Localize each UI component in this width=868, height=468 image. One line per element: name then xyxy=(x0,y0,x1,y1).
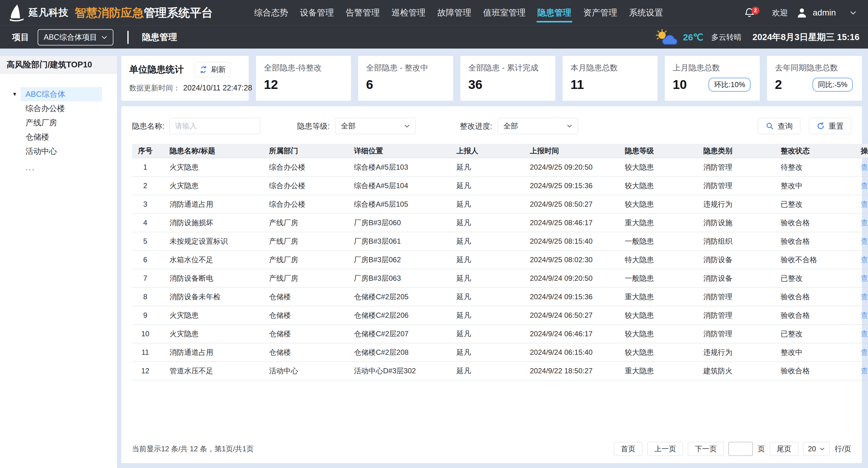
tree-caret-icon[interactable]: ▼ xyxy=(12,91,19,97)
cell-location: 厂房B#3层062 xyxy=(343,251,445,269)
cell-seq: 10 xyxy=(132,325,159,343)
cell-status: 验收合格 xyxy=(770,232,850,251)
view-detail-link[interactable]: 查看详情 xyxy=(861,330,868,338)
cell-reporter: 延凡 xyxy=(445,177,519,195)
nav-item-fault[interactable]: 故障管理 xyxy=(436,0,473,26)
cell-reporter: 延凡 xyxy=(445,269,519,288)
column-header-seq: 序号 xyxy=(132,144,159,158)
nav-item-inspection[interactable]: 巡检管理 xyxy=(390,0,427,26)
cell-reporter: 延凡 xyxy=(445,343,519,362)
project-select[interactable]: ABC综合体项目 xyxy=(38,29,114,46)
view-detail-link[interactable]: 查看详情 xyxy=(861,311,868,319)
last-page-button[interactable]: 尾页 xyxy=(770,442,798,456)
view-detail-link[interactable]: 查看详情 xyxy=(861,200,868,208)
tree-item-0[interactable]: 综合办公楼 xyxy=(0,101,117,116)
view-detail-link[interactable]: 查看详情 xyxy=(861,237,868,245)
nav-item-asset[interactable]: 资产管理 xyxy=(581,0,619,26)
progress-value: 全部 xyxy=(503,121,518,131)
prev-page-button[interactable]: 上一页 xyxy=(647,442,683,456)
tree-item-2[interactable]: 仓储楼 xyxy=(0,130,117,144)
hazard-level-select[interactable]: 全部 xyxy=(335,118,415,134)
reset-label: 重置 xyxy=(829,121,844,131)
tree-more-item[interactable]: ... xyxy=(0,160,117,175)
stat-card-value: 10 xyxy=(673,78,687,92)
cell-location: 综合楼A#5层105 xyxy=(343,195,445,214)
cell-location: 厂房B#3层061 xyxy=(343,232,445,251)
hazard-panel: 隐患名称: 隐患等级: 全部 整改进度: 全部 查询 xyxy=(121,106,862,463)
nav-item-system[interactable]: 系统设置 xyxy=(627,0,665,26)
sidebar: 高风险部门/建筑TOP10 ▼ ABC综合体 综合办公楼产线厂房仓储楼活动中心 … xyxy=(0,56,117,468)
nav-item-label: 故障管理 xyxy=(437,7,471,19)
hazard-name-input[interactable] xyxy=(169,118,260,134)
view-detail-link[interactable]: 查看详情 xyxy=(861,293,868,301)
cell-reporter: 延凡 xyxy=(445,362,519,380)
view-detail-link[interactable]: 查看详情 xyxy=(861,256,868,264)
view-detail-link[interactable]: 查看详情 xyxy=(861,181,868,190)
tree-item-root[interactable]: ▼ ABC综合体 xyxy=(0,87,117,101)
cell-status: 已整改 xyxy=(770,325,850,343)
hazard-name-label: 隐患名称: xyxy=(132,121,164,131)
table-row: 8消防设备未年检仓储楼仓储楼C#2层205延凡2024/9/24 09:15:3… xyxy=(132,288,868,306)
page-size-value: 20 xyxy=(808,445,816,453)
building-tree: ▼ ABC综合体 综合办公楼产线厂房仓储楼活动中心 ... xyxy=(0,87,117,175)
cell-level: 特大隐患 xyxy=(614,251,692,269)
cell-name: 火灾隐患 xyxy=(159,306,258,325)
cell-category: 消防管理 xyxy=(692,306,770,325)
view-detail-link[interactable]: 查看详情 xyxy=(861,218,868,227)
tree-item-3[interactable]: 活动中心 xyxy=(0,144,117,158)
cell-name: 火灾隐患 xyxy=(159,158,258,177)
summary-card-title: 单位隐患统计 xyxy=(129,63,184,76)
cell-status: 整改中 xyxy=(770,343,850,362)
cell-time: 2024/9/24 06:15:40 xyxy=(519,343,614,362)
cell-reporter: 延凡 xyxy=(445,214,519,232)
cell-level: 较大隐患 xyxy=(614,158,692,177)
cell-seq: 6 xyxy=(132,251,159,269)
view-detail-link[interactable]: 查看详情 xyxy=(861,274,868,282)
stat-card-value: 2 xyxy=(775,78,782,92)
search-button[interactable]: 查询 xyxy=(758,118,800,134)
stat-card: 上月隐患总数 10 环比:10% xyxy=(665,56,760,101)
page-number-input[interactable] xyxy=(728,442,753,456)
cell-action: 查看详情 xyxy=(850,269,868,288)
cell-location: 厂房B#3层060 xyxy=(343,214,445,232)
table-row: 4消防设施损坏产线厂房厂房B#3层060延凡2024/9/25 08:46:17… xyxy=(132,214,868,232)
cell-reporter: 延凡 xyxy=(445,232,519,251)
view-detail-link[interactable]: 查看详情 xyxy=(861,348,868,356)
cell-time: 2024/9/24 09:15:36 xyxy=(519,288,614,306)
view-detail-link[interactable]: 查看详情 xyxy=(861,367,868,375)
cell-category: 消防管理 xyxy=(692,325,770,343)
progress-select[interactable]: 全部 xyxy=(498,118,578,134)
nav-item-label: 设备管理 xyxy=(300,7,334,19)
cell-seq: 2 xyxy=(132,177,159,195)
cell-level: 重大隐患 xyxy=(614,288,692,306)
nav-item-device[interactable]: 设备管理 xyxy=(298,0,336,26)
cell-action: 查看详情 xyxy=(850,325,868,343)
next-page-button[interactable]: 下一页 xyxy=(688,442,724,456)
cell-name: 消防通道占用 xyxy=(159,343,258,362)
chevron-down-icon xyxy=(404,123,410,129)
cell-level: 较大隐患 xyxy=(614,177,692,195)
table-row: 9火灾隐患仓储楼仓储楼C#2层206延凡2024/9/24 06:50:27较大… xyxy=(132,306,868,325)
cell-level: 一般隐患 xyxy=(614,269,692,288)
nav-item-hazard[interactable]: 隐患管理 xyxy=(536,0,573,26)
page-size-select[interactable]: 20 xyxy=(803,442,830,456)
nav-item-duty-room[interactable]: 值班室管理 xyxy=(481,0,527,26)
cell-category: 违规行为 xyxy=(692,195,770,214)
cell-reporter: 延凡 xyxy=(445,325,519,343)
view-detail-link[interactable]: 查看详情 xyxy=(861,163,868,171)
column-header-action: 操作 xyxy=(850,144,868,158)
stat-card-value: 11 xyxy=(570,78,584,92)
tree-item-1[interactable]: 产线厂房 xyxy=(0,116,117,130)
notification-bell[interactable]: 2 xyxy=(744,6,756,20)
user-menu-chevron-icon[interactable] xyxy=(849,9,857,17)
nav-item-alarm[interactable]: 告警管理 xyxy=(344,0,381,26)
first-page-button[interactable]: 首页 xyxy=(614,442,642,456)
refresh-button[interactable]: 刷新 xyxy=(194,62,231,77)
user-avatar-icon[interactable] xyxy=(796,7,808,19)
reset-button[interactable]: 重置 xyxy=(809,118,851,134)
cell-reporter: 延凡 xyxy=(445,251,519,269)
nav-item-situation[interactable]: 综合态势 xyxy=(252,0,290,26)
cell-level: 一般隐患 xyxy=(614,232,692,251)
pagination-bar: 当前显示12 条/共 12 条，第1页/共1页 首页 上一页 下一页 页 尾页 … xyxy=(132,442,851,456)
header-right: 2 欢迎 admin xyxy=(744,6,868,20)
